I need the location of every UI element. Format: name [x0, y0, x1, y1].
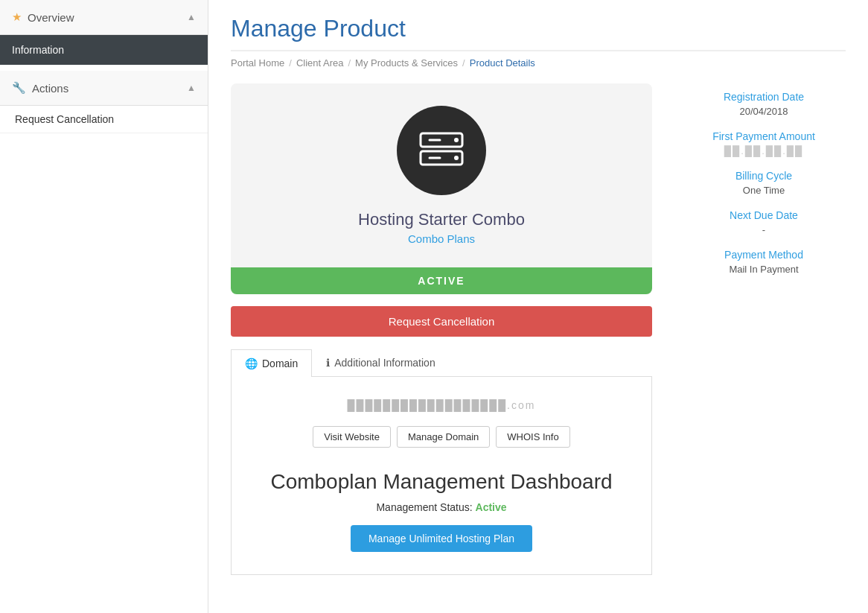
manage-domain-button[interactable]: Manage Domain: [397, 426, 490, 448]
management-status-value: Active: [476, 501, 507, 513]
payment-method-label: Payment Method: [682, 249, 846, 261]
product-name: Hosting Starter Combo: [358, 210, 525, 229]
svg-point-1: [454, 138, 459, 142]
product-category: Combo Plans: [408, 232, 475, 245]
sep-3: /: [462, 57, 465, 69]
tab-additional-information[interactable]: ℹ Additional Information: [312, 349, 449, 376]
request-cancellation-button[interactable]: Request Cancellation: [231, 306, 652, 337]
first-payment-row: First Payment Amount ██.██.██.██: [682, 130, 846, 156]
product-status-bar: ACTIVE: [231, 267, 652, 294]
chevron-up-icon: ▲: [187, 12, 196, 22]
management-status: Management Status: Active: [246, 501, 636, 513]
server-icon: [418, 130, 465, 171]
breadcrumb-portal-home[interactable]: Portal Home: [231, 57, 284, 69]
dashboard-title: Comboplan Management Dashboard: [246, 470, 636, 494]
info-panel: Registration Date 20/04/2018 First Payme…: [682, 83, 846, 575]
next-due-date-value: -: [682, 224, 846, 235]
domain-url: ██████████████████.com: [246, 399, 636, 411]
payment-method-row: Payment Method Mail In Payment: [682, 249, 846, 275]
next-due-date-row: Next Due Date -: [682, 209, 846, 235]
globe-icon: 🌐: [245, 358, 258, 369]
sep-2: /: [348, 57, 351, 69]
breadcrumb: Portal Home / Client Area / My Products …: [231, 57, 846, 69]
product-section: Hosting Starter Combo Combo Plans ACTIVE…: [231, 83, 652, 575]
info-icon: ℹ: [326, 357, 330, 369]
sidebar-request-cancellation[interactable]: Request Cancellation: [0, 106, 208, 133]
billing-cycle-label: Billing Cycle: [682, 170, 846, 182]
product-card: Hosting Starter Combo Combo Plans ACTIVE: [231, 83, 652, 294]
first-payment-label: First Payment Amount: [682, 130, 846, 142]
product-card-inner: Hosting Starter Combo Combo Plans: [231, 83, 652, 267]
wrench-icon: 🔧: [12, 81, 26, 95]
star-icon: ★: [12, 10, 22, 24]
breadcrumb-client-area[interactable]: Client Area: [296, 57, 344, 69]
first-payment-value: ██.██.██.██: [682, 145, 846, 156]
next-due-date-label: Next Due Date: [682, 209, 846, 221]
billing-cycle-value: One Time: [682, 185, 846, 196]
registration-date-value: 20/04/2018: [682, 106, 846, 117]
main-content: Manage Product Portal Home / Client Area…: [208, 0, 868, 613]
breadcrumb-product-details: Product Details: [470, 57, 535, 69]
manage-hosting-button[interactable]: Manage Unlimited Hosting Plan: [351, 525, 532, 552]
whois-info-button[interactable]: WHOIS Info: [496, 426, 569, 448]
tab-domain[interactable]: 🌐 Domain: [231, 349, 312, 377]
registration-date-label: Registration Date: [682, 91, 846, 103]
sidebar-actions-title: 🔧 Actions: [12, 81, 68, 95]
sidebar-actions-header[interactable]: 🔧 Actions ▲: [0, 71, 208, 106]
sidebar: ★ Overview ▲ Information 🔧 Actions ▲ Req…: [0, 0, 208, 613]
svg-point-3: [454, 156, 459, 160]
page-title: Manage Product: [231, 15, 846, 51]
billing-cycle-row: Billing Cycle One Time: [682, 170, 846, 196]
chevron-up-icon-2: ▲: [187, 83, 196, 93]
payment-method-value: Mail In Payment: [682, 264, 846, 275]
tabs: 🌐 Domain ℹ Additional Information: [231, 349, 652, 377]
registration-date-row: Registration Date 20/04/2018: [682, 91, 846, 117]
domain-buttons: Visit Website Manage Domain WHOIS Info: [246, 426, 636, 448]
product-icon-circle: [397, 106, 486, 195]
sidebar-overview-title: ★ Overview: [12, 10, 74, 24]
visit-website-button[interactable]: Visit Website: [313, 426, 391, 448]
content-area: Hosting Starter Combo Combo Plans ACTIVE…: [231, 83, 846, 575]
sep-1: /: [289, 57, 292, 69]
breadcrumb-products-services[interactable]: My Products & Services: [355, 57, 458, 69]
sidebar-item-information[interactable]: Information: [0, 35, 208, 65]
sidebar-overview-header[interactable]: ★ Overview ▲: [0, 0, 208, 35]
tab-content-domain: ██████████████████.com Visit Website Man…: [231, 377, 652, 575]
